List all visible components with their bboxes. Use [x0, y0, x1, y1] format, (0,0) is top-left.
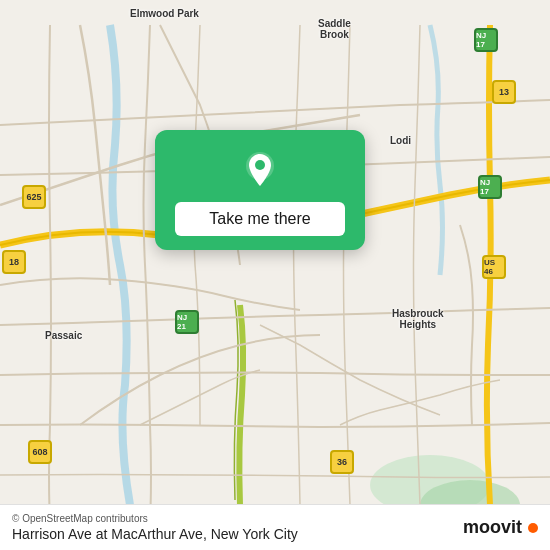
location-title: Harrison Ave at MacArthur Ave, New York … [12, 526, 298, 542]
road-badge-nj21: NJ 21 [175, 310, 199, 334]
moovit-logo: moovit [463, 517, 538, 538]
place-label-hasbrouck: HasbrouckHeights [392, 308, 444, 330]
road-badge-625: 625 [22, 185, 46, 209]
road-badge-17-top: NJ 17 [474, 28, 498, 52]
moovit-dot-icon [528, 523, 538, 533]
road-badge-18: 18 [2, 250, 26, 274]
moovit-brand-text: moovit [463, 517, 522, 538]
place-label-passaic: Passaic [45, 330, 82, 341]
place-label-elmwood: Elmwood Park [130, 8, 199, 19]
road-badge-nj17: NJ 17 [478, 175, 502, 199]
place-label-lodi: Lodi [390, 135, 411, 146]
place-label-saddle: SaddleBrook [318, 18, 351, 40]
bottom-bar: © OpenStreetMap contributors Harrison Av… [0, 504, 550, 550]
road-badge-us46: US 46 [482, 255, 506, 279]
take-me-there-button[interactable]: Take me there [175, 202, 345, 236]
map-attribution: © OpenStreetMap contributors [12, 513, 298, 524]
road-badge-608: 608 [28, 440, 52, 464]
svg-point-5 [255, 160, 265, 170]
map-roads [0, 0, 550, 550]
svg-rect-0 [0, 25, 550, 525]
road-badge-13: 13 [492, 80, 516, 104]
road-badge-36: 36 [330, 450, 354, 474]
navigation-card: Take me there [155, 130, 365, 250]
location-pin-icon [238, 148, 282, 192]
map-container: 625 NJ 17 13 NJ 17 US 46 18 NJ 21 608 36… [0, 0, 550, 550]
bottom-info: © OpenStreetMap contributors Harrison Av… [12, 513, 298, 542]
